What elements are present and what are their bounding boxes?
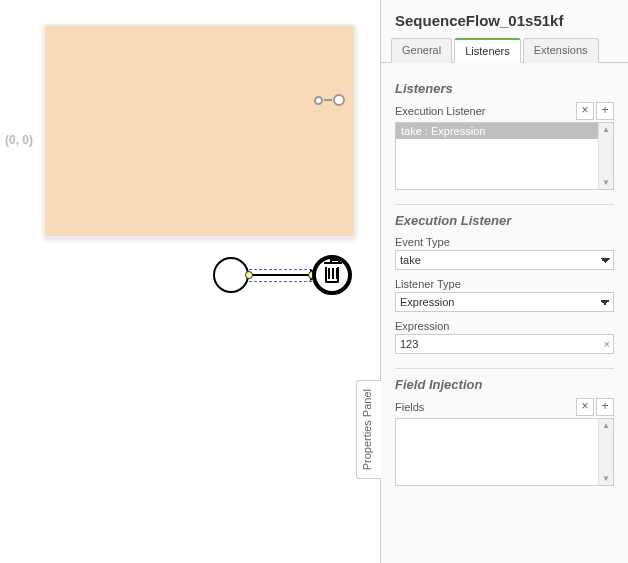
diagram-canvas[interactable]: (0, 0) — [0, 0, 380, 563]
list-item[interactable]: take : Expression — [396, 123, 613, 139]
fields-list[interactable] — [395, 418, 614, 486]
listener-type-select[interactable]: Expression — [395, 292, 614, 312]
tab-extensions[interactable]: Extensions — [523, 38, 599, 63]
remove-listener-button[interactable]: × — [576, 102, 594, 120]
clear-icon[interactable]: × — [604, 338, 610, 350]
properties-panel: Properties Panel SequenceFlow_01s51kf Ge… — [380, 0, 628, 563]
divider — [395, 368, 614, 369]
scrollbar[interactable] — [598, 419, 613, 485]
event-type-label: Event Type — [395, 236, 614, 248]
group-title-field-injection: Field Injection — [395, 377, 614, 392]
origin-coordinates-label: (0, 0) — [5, 133, 33, 147]
trash-icon — [325, 267, 339, 283]
collapse-marker-icon — [314, 94, 345, 106]
selection-overlay — [43, 24, 356, 238]
properties-tabs: General Listeners Extensions — [381, 37, 628, 63]
sequence-flow[interactable] — [213, 255, 353, 295]
end-event[interactable] — [312, 255, 352, 295]
start-event[interactable] — [213, 257, 249, 293]
add-field-button[interactable]: + — [596, 398, 614, 416]
fields-list-label: Fields — [395, 401, 424, 413]
expression-input[interactable] — [395, 334, 614, 354]
tab-general[interactable]: General — [391, 38, 452, 63]
group-title-listeners: Listeners — [395, 81, 614, 96]
scrollbar[interactable] — [598, 123, 613, 189]
waypoint-handle[interactable] — [245, 271, 253, 279]
element-id-title: SequenceFlow_01s51kf — [381, 0, 628, 37]
divider — [395, 204, 614, 205]
expression-label: Expression — [395, 320, 614, 332]
event-type-select[interactable]: take — [395, 250, 614, 270]
tab-listeners[interactable]: Listeners — [454, 38, 521, 63]
selection-outline — [249, 281, 312, 282]
group-title-execution-listener: Execution Listener — [395, 213, 614, 228]
properties-panel-toggle[interactable]: Properties Panel — [356, 380, 381, 479]
add-listener-button[interactable]: + — [596, 102, 614, 120]
properties-panel-toggle-label: Properties Panel — [361, 389, 373, 470]
listener-type-label: Listener Type — [395, 278, 614, 290]
execution-listener-list[interactable]: take : Expression — [395, 122, 614, 190]
selection-outline — [249, 269, 312, 270]
remove-field-button[interactable]: × — [576, 398, 594, 416]
arrow-icon — [249, 274, 312, 276]
execution-listener-list-label: Execution Listener — [395, 105, 486, 117]
properties-body: Listeners Execution Listener × + take : … — [381, 63, 628, 563]
